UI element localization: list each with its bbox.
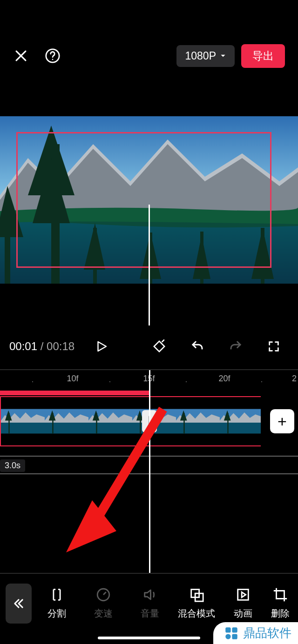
topbar-left: [13, 48, 61, 64]
tool-animation[interactable]: 动画: [220, 587, 266, 620]
watermark-text: 鼎品软件: [243, 625, 291, 641]
current-time: 00:01: [9, 340, 37, 352]
time-display: 00:01 / 00:18: [9, 340, 74, 353]
topbar-right: 1080P 导出: [176, 44, 285, 68]
clip-thumbnail: [176, 397, 220, 445]
undo-icon: [190, 339, 204, 353]
svg-rect-17: [176, 423, 220, 434]
control-group: [144, 339, 289, 353]
export-label: 导出: [252, 50, 274, 62]
redo-icon: [229, 339, 243, 353]
play-icon: [95, 339, 108, 354]
ruler-mark: 2: [292, 374, 297, 384]
svg-point-3: [52, 59, 54, 60]
clip-thumbnail: [45, 397, 88, 445]
help-icon: [45, 48, 61, 64]
time-separator: /: [41, 340, 47, 352]
volume-icon: [142, 587, 158, 603]
tool-blend[interactable]: 混合模式: [173, 587, 220, 620]
tool-label: 变速: [94, 607, 113, 620]
undo-button[interactable]: [183, 339, 212, 353]
ruler-mark: 10f: [67, 374, 78, 384]
help-button[interactable]: [45, 48, 61, 64]
timeline[interactable]: · 10f · 15f · 20f · 2 + 3.0s: [0, 369, 298, 574]
playhead-extension: [149, 205, 150, 325]
svg-rect-28: [232, 627, 237, 632]
clip-thumbnail: [88, 397, 132, 445]
top-bar: 1080P 导出: [0, 0, 298, 65]
total-time: 00:18: [47, 340, 74, 352]
svg-rect-30: [232, 634, 237, 639]
svg-rect-27: [225, 627, 230, 632]
tool-label: 分割: [47, 607, 66, 620]
resolution-label: 1080P: [185, 50, 216, 62]
svg-marker-26: [242, 592, 246, 597]
keyframe-icon: [152, 339, 166, 353]
svg-line-7: [162, 340, 164, 342]
chevron-down-icon: [220, 53, 226, 59]
tool-list: 分割 变速 音量 混合模式 动画 删除: [34, 587, 292, 620]
svg-marker-6: [98, 342, 107, 351]
svg-rect-29: [225, 634, 230, 639]
tool-volume: 音量: [127, 587, 173, 620]
watermark-logo-icon: [224, 625, 239, 641]
tool-split[interactable]: 分割: [34, 587, 80, 620]
animation-icon: [235, 587, 251, 603]
preview-controls: 00:01 / 00:18: [0, 335, 298, 358]
speed-icon: [95, 587, 111, 603]
chevron-left-double-icon: [12, 597, 25, 610]
keyframe-button[interactable]: [144, 339, 174, 353]
add-clip-button[interactable]: +: [270, 409, 294, 433]
fullscreen-button[interactable]: [259, 340, 289, 353]
blend-icon: [189, 587, 204, 603]
svg-rect-13: [88, 423, 132, 434]
home-indicator: [98, 637, 200, 639]
back-button[interactable]: [6, 584, 32, 624]
ruler-mark: 20f: [218, 374, 230, 384]
tool-label: 删除: [271, 607, 290, 620]
redo-button[interactable]: [221, 339, 251, 353]
play-button[interactable]: [87, 339, 116, 354]
close-icon: [13, 48, 29, 64]
tool-label: 动画: [234, 607, 252, 620]
overlay-duration-chip: 3.0s: [0, 459, 25, 472]
export-button[interactable]: 导出: [241, 44, 285, 68]
clip-thumbnail: [1, 397, 45, 445]
svg-rect-19: [220, 423, 261, 434]
split-icon: [49, 587, 65, 603]
clip-thumbnail: [220, 397, 261, 445]
timeline-playhead[interactable]: [149, 370, 150, 573]
clip-selection-bar: [0, 391, 149, 395]
svg-rect-11: [45, 423, 88, 434]
svg-rect-9: [1, 423, 45, 434]
plus-icon: +: [278, 412, 287, 431]
tool-label: 混合模式: [178, 607, 215, 620]
clip-strip[interactable]: [0, 396, 261, 446]
close-button[interactable]: [13, 48, 29, 64]
tool-delete[interactable]: 删除: [266, 587, 292, 620]
tool-speed: 变速: [80, 587, 127, 620]
fullscreen-icon: [267, 340, 280, 353]
tool-label: 音量: [141, 607, 159, 620]
resolution-button[interactable]: 1080P: [176, 45, 235, 67]
crop-icon: [272, 587, 288, 603]
watermark: 鼎品软件: [213, 622, 298, 644]
